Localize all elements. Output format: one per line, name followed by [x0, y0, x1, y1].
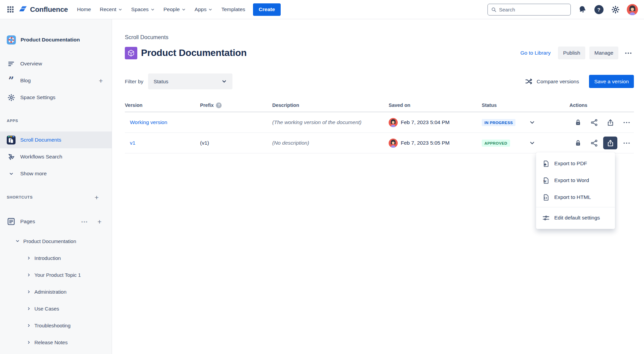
- sidebar-item-scroll-documents[interactable]: Scroll Documents: [0, 131, 112, 148]
- shortcuts-label: SHORTCUTS: [7, 195, 92, 199]
- chevron-down-icon: [7, 171, 16, 176]
- navbar-right: ?: [487, 4, 638, 16]
- sidebar-item-space-settings[interactable]: Space Settings: [0, 89, 112, 106]
- status-filter-select[interactable]: Status: [148, 73, 232, 89]
- nav-apps[interactable]: Apps: [190, 4, 217, 15]
- chevron-down-icon: [118, 7, 122, 12]
- prefix-help-icon[interactable]: ?: [216, 102, 222, 108]
- pages-more-icon[interactable]: •••: [81, 219, 88, 224]
- search-input[interactable]: [499, 7, 567, 12]
- tree-item-use-cases[interactable]: Use Cases: [0, 300, 112, 317]
- share-icon[interactable]: [587, 137, 601, 149]
- search-box[interactable]: [487, 4, 571, 16]
- row-more-icon[interactable]: [619, 116, 634, 129]
- chevron-right-icon[interactable]: [27, 273, 31, 277]
- add-shortcut-button[interactable]: +: [92, 194, 101, 201]
- nav-templates[interactable]: Templates: [217, 4, 250, 15]
- gear-icon: [7, 94, 16, 101]
- menu-item-export-to-html[interactable]: Export to HTML: [536, 189, 615, 206]
- share-icon[interactable]: [587, 116, 601, 129]
- tree-item-release-notes[interactable]: Release Notes: [0, 334, 112, 351]
- version-link[interactable]: v1: [130, 140, 135, 146]
- overview-icon: [7, 60, 16, 68]
- search-icon: [491, 7, 496, 12]
- go-to-library-link[interactable]: Go to Library: [521, 50, 551, 56]
- publish-button[interactable]: Publish: [558, 47, 585, 59]
- nav-spaces[interactable]: Spaces: [127, 4, 159, 15]
- chevron-right-icon[interactable]: [27, 340, 31, 345]
- settings-gear-icon[interactable]: [610, 4, 620, 14]
- table-header: Version Prefix ? Description Saved on St…: [125, 99, 634, 112]
- page-header: Product Documentation Go to Library Publ…: [125, 47, 634, 59]
- manage-button[interactable]: Manage: [589, 47, 618, 59]
- tree-item-troubleshooting[interactable]: Troubleshooting: [0, 317, 112, 334]
- status-expand-chevron-icon[interactable]: [528, 139, 536, 147]
- page-title: Product Documentation: [141, 48, 247, 58]
- primary-nav: Home Recent Spaces People Apps Templates: [73, 4, 249, 15]
- sidebar-item-workflows-search[interactable]: Workflows Search: [0, 148, 112, 165]
- lock-icon[interactable]: [571, 116, 585, 129]
- chevron-right-icon[interactable]: [27, 290, 31, 294]
- user-avatar[interactable]: [627, 4, 638, 15]
- version-link[interactable]: Working version: [130, 119, 167, 125]
- status-badge: IN PROGRESS: [482, 119, 515, 126]
- scroll-documents-icon: [7, 136, 16, 145]
- nav-home[interactable]: Home: [73, 4, 95, 15]
- chevron-down-icon[interactable]: [15, 239, 20, 243]
- compare-versions-button[interactable]: Compare versions: [525, 77, 579, 86]
- space-header[interactable]: Product Documentation: [0, 35, 112, 45]
- filter-bar: Filter by Status Compare versions Save a…: [125, 73, 634, 89]
- shortcuts-section: SHORTCUTS +: [0, 195, 112, 200]
- tree-item-your-product-topic-1[interactable]: Your Product Topic 1: [0, 266, 112, 283]
- create-button[interactable]: Create: [253, 3, 281, 16]
- export-icon[interactable]: [603, 116, 617, 129]
- help-icon[interactable]: ?: [594, 4, 604, 14]
- tree-item-introduction[interactable]: Introduction: [0, 249, 112, 266]
- space-sidebar: Product Documentation Overview ” Blog + …: [0, 19, 112, 354]
- word-file-icon: W: [542, 177, 550, 184]
- chevron-right-icon[interactable]: [27, 323, 31, 328]
- row-more-icon[interactable]: [619, 137, 634, 149]
- sidebar-item-blog[interactable]: ” Blog +: [0, 72, 112, 89]
- space-name: Product Documentation: [21, 37, 80, 43]
- confluence-logo[interactable]: Confluence: [18, 4, 68, 15]
- table-row-v1: v1 (v1) (No description) Feb 7, 2023 5:0…: [125, 133, 634, 153]
- notifications-bell-icon[interactable]: [577, 4, 587, 14]
- add-page-button[interactable]: +: [95, 218, 104, 225]
- saved-on-date: Feb 7, 2023 5:04 PM: [401, 119, 450, 125]
- status-expand-chevron-icon[interactable]: [528, 118, 536, 127]
- add-blog-post-button[interactable]: +: [97, 77, 105, 84]
- tree-item-product-documentation[interactable]: Product Documentation: [0, 233, 112, 249]
- sidebar-item-pages[interactable]: Pages ••• +: [0, 214, 112, 229]
- menu-item-export-to-word[interactable]: W Export to Word: [536, 172, 615, 189]
- nav-people[interactable]: People: [159, 4, 190, 15]
- menu-divider: [536, 207, 615, 207]
- page-tree: Product Documentation Introduction Your …: [0, 233, 112, 351]
- lock-icon[interactable]: [571, 137, 585, 149]
- chevron-down-icon: [221, 79, 227, 84]
- workflows-pinwheel-icon: [7, 153, 16, 161]
- document-cube-icon: [125, 47, 137, 59]
- tree-item-administration[interactable]: Administration: [0, 283, 112, 300]
- chevron-right-icon[interactable]: [27, 306, 31, 311]
- col-version: Version: [125, 102, 200, 108]
- col-prefix: Prefix ?: [200, 102, 272, 108]
- breadcrumb[interactable]: Scroll Documents: [125, 34, 634, 40]
- export-icon-active[interactable]: [603, 137, 617, 149]
- sliders-icon: [542, 214, 550, 222]
- header-more-icon[interactable]: [622, 47, 634, 59]
- sidebar-item-overview[interactable]: Overview: [0, 55, 112, 72]
- col-actions: Actions: [569, 102, 634, 108]
- chevron-right-icon[interactable]: [27, 256, 31, 260]
- table-row-working-version: Working version (The working version of …: [125, 112, 634, 133]
- blog-quote-icon: ”: [7, 78, 16, 83]
- menu-item-export-to-pdf[interactable]: Export to PDF: [536, 155, 615, 172]
- sidebar-item-show-more[interactable]: Show more: [0, 165, 112, 182]
- pages-icon: [7, 217, 16, 226]
- svg-text:W: W: [543, 179, 546, 183]
- app-switcher-icon[interactable]: [5, 4, 16, 15]
- menu-item-edit-default-settings[interactable]: Edit default settings: [536, 209, 615, 227]
- save-a-version-button[interactable]: Save a version: [589, 75, 634, 88]
- version-description: (The working version of the document): [272, 119, 361, 125]
- nav-recent[interactable]: Recent: [95, 4, 127, 15]
